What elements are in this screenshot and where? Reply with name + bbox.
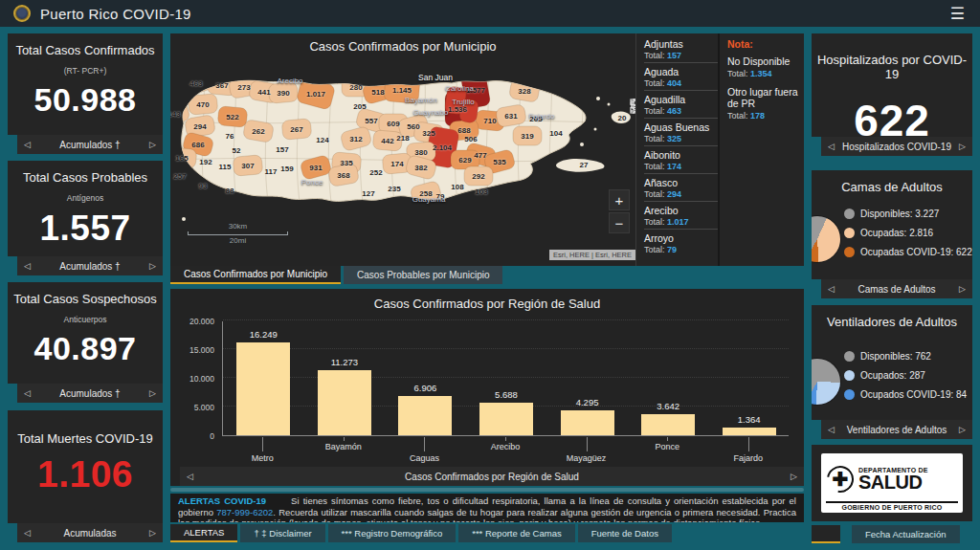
tab-alertas[interactable]: ALERTAS — [170, 524, 237, 542]
carousel-footer: ◁ Acumulados † ▷ — [17, 135, 163, 154]
y-tick-label: 20.000 — [189, 317, 214, 326]
legend-dot-icon — [844, 370, 855, 381]
next-arrow-icon[interactable]: ▷ — [791, 472, 797, 481]
chart-bar[interactable] — [318, 370, 371, 435]
panel-title: Total Casos Sospechosos — [13, 292, 157, 306]
tab-fuente-de-datos[interactable]: Fuente de Datos — [578, 524, 672, 542]
tab-casos-probables-municipio[interactable]: Casos Probables por Municipio — [344, 266, 502, 284]
chart-plot[interactable]: 16.24911.2736.9065.6884.2953.6421.364 — [222, 321, 789, 436]
chart-bar[interactable] — [398, 396, 452, 435]
map-municipality-value: 470 — [196, 100, 209, 109]
alert-phone-link[interactable]: 787-999-6202 — [216, 507, 273, 517]
panel-title: Ventiladores de Adultos — [812, 305, 972, 329]
scale-mi: 20mi — [188, 236, 288, 245]
map-municipality-value: 76 — [226, 132, 234, 141]
map-municipality-value: 367 — [215, 81, 228, 90]
y-tick-label: 0 — [210, 431, 214, 441]
y-tick-label: 5.000 — [194, 403, 214, 412]
next-arrow-icon[interactable]: ▷ — [959, 425, 966, 434]
legend-label: Ocupados: 287 — [860, 370, 925, 381]
chart-y-axis: 05.00010.00015.00020.000 — [170, 321, 218, 436]
muni-total: Total: 294 — [644, 189, 718, 199]
bar-value-label: 11.273 — [331, 357, 358, 367]
tab-casos-confirmados-municipio[interactable]: Casos Confirmados por Municipio — [170, 266, 341, 284]
carousel-footer: ◁ Camas de Adultos ▷ — [821, 279, 972, 298]
muni-total: Total: 79 — [644, 245, 718, 254]
prev-arrow-icon[interactable]: ◁ — [24, 528, 31, 538]
next-arrow-icon[interactable]: ▷ — [149, 140, 156, 149]
bar-chart-panel: Casos Confirmados por Región de Salud 05… — [170, 289, 804, 486]
prev-arrow-icon[interactable]: ◁ — [828, 284, 835, 294]
map-municipality-value: 390 — [277, 89, 289, 98]
prev-arrow-icon[interactable]: ◁ — [24, 388, 31, 398]
tab-fecha-actualizacion[interactable]: Fecha Actualización — [852, 525, 960, 543]
puerto-rico-seal-logo — [13, 5, 31, 22]
footer-label: Acumuladas — [63, 528, 116, 539]
nota-total: Total: 1.354 — [727, 69, 800, 78]
next-arrow-icon[interactable]: ▷ — [149, 528, 156, 538]
x-category-label: Caguas — [410, 453, 439, 463]
footer-label: Ventiladores de Adultos — [847, 425, 947, 435]
next-arrow-icon[interactable]: ▷ — [149, 388, 156, 398]
health-cross-icon: ✚ — [826, 465, 855, 494]
panel-ventiladores-de-adultos: Ventiladores de Adultos Disponibles: 762… — [812, 305, 972, 439]
muni-list-item[interactable]: ArroyoTotal: 79 — [644, 230, 718, 256]
map-city-label: Bayamón — [405, 96, 437, 104]
prev-arrow-icon[interactable]: ◁ — [24, 140, 31, 149]
map-municipality-value: 325 — [422, 129, 434, 138]
prev-arrow-icon[interactable]: ◁ — [828, 142, 835, 151]
hamburger-menu-icon[interactable]: ☰ — [945, 4, 970, 24]
bar-value-label: 1.364 — [738, 414, 761, 425]
map-municipality-value: 477 — [474, 151, 486, 160]
departamento-salud-logo: ✚ DEPARTAMENTO DE SALUD GOBIERNO DE PUER… — [821, 453, 963, 513]
x-axis-tick — [587, 437, 588, 451]
map-municipality-value: 1.145 — [392, 86, 412, 95]
muni-list-item[interactable]: AguadillaTotal: 463 — [644, 91, 718, 119]
next-arrow-icon[interactable]: ▷ — [959, 284, 966, 294]
map-municipality-value: 108 — [451, 183, 463, 191]
zoom-out-button[interactable]: − — [609, 212, 630, 233]
map-municipality-value: 557 — [365, 117, 377, 125]
chart-bar[interactable] — [479, 403, 533, 435]
chart-carousel-footer: ◁ Casos Confirmados por Región de Salud … — [180, 467, 804, 486]
muni-list-item[interactable]: AreciboTotal: 1.017 — [644, 202, 718, 230]
map-municipality-value: 192 — [199, 158, 212, 166]
muni-list-item[interactable]: AibonitoTotal: 174 — [644, 146, 718, 174]
next-arrow-icon[interactable]: ▷ — [149, 261, 156, 271]
app-header: Puerto Rico COVID-19 ☰ — [0, 0, 980, 27]
legend-dot-icon — [844, 247, 855, 257]
muni-list-item[interactable]: AdjuntasTotal: 157 — [644, 35, 718, 63]
bottom-tab-strip: ALERTAS † ‡ Disclaimer *** Registro Demo… — [170, 524, 675, 542]
dashboard: Puerto Rico COVID-19 ☰ Total Casos Confi… — [0, 0, 980, 550]
gridline — [223, 348, 789, 349]
prev-arrow-icon[interactable]: ◁ — [24, 261, 31, 271]
map-municipality-value: 560 — [407, 122, 419, 131]
prev-arrow-icon[interactable]: ◁ — [187, 472, 193, 481]
carousel-footer: ◁ Acumuladas ▷ — [17, 523, 163, 542]
map-municipality-value: 127 — [362, 189, 374, 198]
y-tick-label: 10.000 — [189, 374, 214, 384]
chart-bar[interactable] — [236, 342, 290, 435]
tab-disclaimer[interactable]: † ‡ Disclaimer — [240, 524, 324, 542]
panel-title: Total Casos Probables — [23, 170, 147, 185]
muni-list-item[interactable]: AguadaTotal: 404 — [644, 63, 718, 91]
map-municipality-value: 2.104 — [433, 143, 452, 152]
map-canvas[interactable]: + − 30km 20mi Esri, HERE | Esri, HERE 46… — [170, 56, 635, 262]
muni-list-item[interactable]: Aguas BuenasTotal: 325 — [644, 119, 718, 146]
chart-bar[interactable] — [641, 414, 695, 435]
next-arrow-icon[interactable]: ▷ — [959, 142, 966, 151]
prev-arrow-icon[interactable]: ◁ — [828, 425, 835, 434]
tab-reporte-de-camas[interactable]: *** Reporte de Camas — [458, 524, 574, 542]
tab-active-stub[interactable] — [812, 525, 840, 543]
tab-registro-demografico[interactable]: *** Registro Demográfico — [328, 524, 457, 542]
muni-list-item[interactable]: AñascoTotal: 294 — [644, 174, 718, 202]
resize-handle[interactable] — [170, 488, 804, 492]
legend-row: Ocupadas COVID-19: 622 — [844, 247, 972, 257]
basemap-grid-icon[interactable] — [630, 99, 635, 114]
zoom-in-button[interactable]: + — [609, 189, 630, 210]
muni-name: Aibonito — [644, 149, 718, 161]
chart-bar[interactable] — [561, 410, 614, 435]
legend-label: Ocupados COVID-19: 84 — [860, 389, 967, 400]
chart-bar[interactable] — [723, 428, 776, 435]
muni-total: Total: 174 — [644, 162, 718, 171]
